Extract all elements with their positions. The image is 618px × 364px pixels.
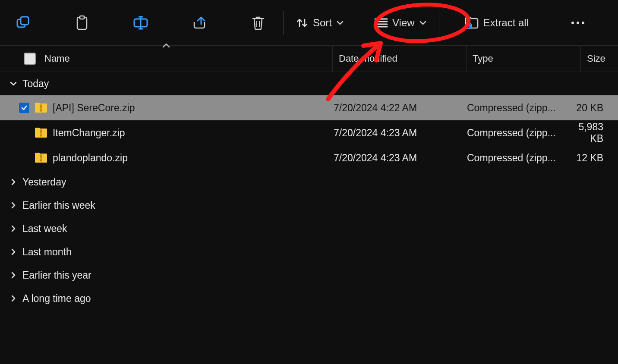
group-yesterday[interactable]: Yesterday	[0, 170, 618, 194]
chevron-down-icon	[336, 19, 344, 27]
column-name-label: Name	[44, 53, 70, 64]
column-size[interactable]: Size	[581, 46, 618, 72]
file-type: Compressed (zipp...	[461, 152, 575, 164]
file-row[interactable]: plandoplando.zip 7/20/2024 4:23 AM Compr…	[0, 145, 618, 170]
file-size: 12 KB	[575, 152, 618, 164]
clipboard-icon	[75, 15, 89, 31]
file-type: Compressed (zipp...	[461, 102, 575, 114]
file-row[interactable]: ItemChanger.zip 7/20/2024 4:23 AM Compre…	[0, 120, 618, 145]
group-last-month[interactable]: Last month	[0, 240, 618, 264]
rename-button[interactable]	[123, 10, 158, 36]
file-name: plandoplando.zip	[53, 152, 128, 164]
column-size-label: Size	[587, 53, 605, 64]
file-name: ItemChanger.zip	[53, 127, 125, 139]
chevron-right-icon	[9, 248, 17, 256]
paste-button[interactable]	[65, 10, 99, 36]
column-date[interactable]: Date modified	[333, 46, 467, 72]
more-horizontal-icon	[570, 20, 586, 25]
file-row[interactable]: [API] SereCore.zip 7/20/2024 4:22 AM Com…	[0, 95, 618, 120]
column-type[interactable]: Type	[467, 46, 581, 72]
sort-icon	[296, 16, 309, 29]
column-type-label: Type	[473, 53, 493, 64]
group-long-time-ago[interactable]: A long time ago	[0, 287, 618, 310]
column-name[interactable]: Name	[0, 46, 333, 72]
toolbar: Sort View Extract all	[0, 0, 618, 46]
group-today[interactable]: Today	[0, 72, 618, 95]
view-list-icon	[374, 17, 388, 28]
svg-rect-3	[80, 16, 84, 19]
view-dropdown[interactable]: View	[370, 10, 431, 36]
svg-point-16	[577, 22, 579, 24]
svg-point-17	[582, 22, 584, 24]
group-last-week[interactable]: Last week	[0, 217, 618, 240]
zip-folder-icon	[35, 103, 47, 113]
more-button[interactable]	[561, 10, 595, 36]
toolbar-separator	[439, 11, 439, 35]
group-label: Today	[22, 78, 49, 90]
group-label: Yesterday	[22, 176, 66, 188]
file-type: Compressed (zipp...	[461, 127, 575, 139]
file-size: 5,983 KB	[575, 121, 618, 144]
group-label: A long time ago	[22, 293, 91, 304]
view-label: View	[392, 17, 415, 29]
checkmark-icon	[21, 104, 28, 111]
group-label: Last week	[22, 223, 67, 235]
share-icon	[192, 16, 207, 30]
delete-button[interactable]	[241, 10, 275, 36]
zip-folder-icon	[35, 128, 47, 138]
chevron-down-icon	[9, 80, 17, 88]
column-date-label: Date modified	[339, 53, 397, 64]
zip-folder-icon	[35, 153, 47, 163]
file-date: 7/20/2024 4:23 AM	[328, 127, 461, 139]
trash-icon	[251, 15, 265, 31]
file-name: [API] SereCore.zip	[53, 102, 135, 114]
sort-dropdown[interactable]: Sort	[291, 10, 348, 36]
new-icon	[16, 16, 31, 30]
extract-all-label: Extract all	[483, 17, 529, 29]
chevron-right-icon	[9, 225, 17, 232]
chevron-right-icon	[9, 295, 17, 302]
file-date: 7/20/2024 4:22 AM	[328, 102, 461, 114]
group-label: Last month	[22, 246, 72, 258]
svg-point-15	[571, 22, 574, 24]
share-button[interactable]	[182, 10, 217, 36]
toolbar-separator	[283, 11, 284, 35]
rename-icon	[133, 16, 148, 30]
sort-label: Sort	[313, 17, 332, 29]
group-label: Earlier this year	[22, 270, 91, 281]
file-date: 7/20/2024 4:23 AM	[328, 152, 461, 164]
new-button[interactable]	[6, 10, 41, 36]
row-checkbox[interactable]	[19, 103, 29, 113]
file-size: 20 KB	[575, 102, 618, 114]
column-header: Name Date modified Type Size	[0, 46, 618, 72]
group-earlier-this-year[interactable]: Earlier this year	[0, 264, 618, 287]
chevron-right-icon	[9, 178, 17, 186]
chevron-right-icon	[9, 201, 17, 209]
select-all-checkbox[interactable]	[24, 53, 36, 65]
svg-rect-1	[21, 17, 28, 25]
chevron-down-icon	[419, 19, 427, 27]
group-earlier-this-week[interactable]: Earlier this week	[0, 194, 618, 217]
file-list: Today [API] SereCore.zip 7/20/2024 4:22 …	[0, 72, 618, 310]
extract-icon	[464, 16, 479, 29]
group-label: Earlier this week	[22, 200, 95, 211]
sort-ascending-icon	[162, 43, 170, 48]
chevron-right-icon	[9, 271, 17, 279]
extract-all-button[interactable]: Extract all	[460, 10, 533, 36]
